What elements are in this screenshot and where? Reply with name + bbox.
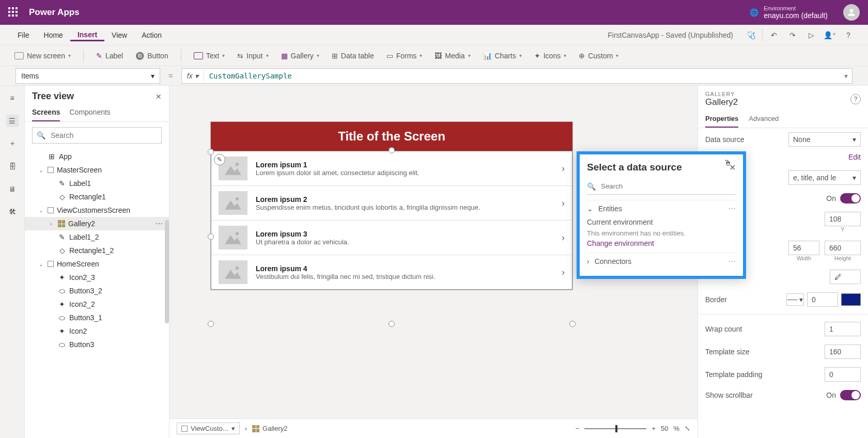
layout-dropdown[interactable]: e, title, and le▾ (788, 170, 861, 185)
resize-handle[interactable] (208, 321, 214, 327)
more-icon[interactable]: ⋯ (156, 220, 164, 228)
resize-handle[interactable] (208, 149, 214, 155)
user-avatar[interactable] (843, 4, 860, 21)
tree-item-rect12[interactable]: ◇Rectangle1_2 (25, 244, 169, 257)
fx-label[interactable]: fx▾ (182, 69, 204, 83)
edit-pencil-icon[interactable]: ✎ (214, 154, 225, 165)
menu-action[interactable]: Action (134, 29, 169, 41)
zoom-in-icon[interactable]: + (652, 425, 656, 432)
breadcrumb-screen[interactable]: ViewCusto... ▾ (177, 423, 240, 434)
close-icon[interactable]: ✕ (729, 163, 736, 173)
menu-insert[interactable]: Insert (70, 28, 104, 41)
tree-view-icon[interactable]: ☰ (6, 115, 19, 127)
gallery-control[interactable]: Lorem ipsum 1Lorem ipsum dolor sit amet,… (211, 151, 572, 290)
tab-screens[interactable]: Screens (32, 105, 60, 121)
data-icon[interactable]: 🗄 (6, 160, 19, 173)
insert-media[interactable]: 🖼Media▾ (430, 50, 474, 62)
advanced-tools-icon[interactable]: 🛠 (6, 206, 19, 218)
gallery-row[interactable]: Lorem ipsum 4Vestibulum dui felis, fring… (211, 255, 572, 289)
datasource-dropdown[interactable]: None▾ (788, 132, 861, 147)
insert-input[interactable]: ⇆Input▾ (233, 50, 272, 62)
media-rail-icon[interactable]: 🖥 (6, 183, 19, 195)
property-selector[interactable]: Items ▾ (16, 68, 160, 84)
border-style-dropdown[interactable]: ── ▾ (786, 293, 804, 306)
insert-gallery[interactable]: ▦Gallery▾ (277, 50, 323, 62)
section-connectors[interactable]: › Connectors ⋯ (587, 253, 736, 270)
help-icon[interactable]: ? (839, 28, 858, 42)
border-width-input[interactable]: 0 (807, 292, 838, 307)
tree-item-btn32[interactable]: ⬭Button3_2 (25, 284, 169, 298)
y-input[interactable]: 108 (825, 212, 861, 226)
color-picker[interactable]: 🖉 (830, 270, 861, 284)
tree-item-label12[interactable]: ✎Label1_2 (25, 230, 169, 244)
close-icon[interactable]: ✕ (156, 92, 162, 101)
menu-home[interactable]: Home (37, 29, 70, 41)
app-checker-icon[interactable]: 🩺 (741, 28, 760, 42)
tab-components[interactable]: Components (69, 105, 110, 121)
control-name[interactable]: Gallery2 (705, 97, 861, 107)
insert-data-table[interactable]: ⊞Data table (328, 50, 378, 62)
insert-button[interactable]: 🔘Button (131, 50, 172, 62)
help-icon[interactable]: ? (850, 94, 861, 104)
zoom-slider[interactable] (584, 428, 646, 429)
tree-item-btn3[interactable]: ⬭Button3 (25, 338, 169, 351)
template-padding-input[interactable]: 0 (825, 367, 861, 382)
tree-item-home[interactable]: ⌄HomeScreen (25, 257, 169, 271)
more-icon[interactable]: ⋯ (729, 205, 736, 213)
tab-properties[interactable]: Properties (705, 112, 738, 128)
tree-item-gallery2[interactable]: ›Gallery2⋯ (25, 217, 169, 230)
tree-item-view[interactable]: ⌄ViewCustomersScreen (25, 204, 169, 217)
picker-search-input[interactable]: 🔍 (587, 178, 736, 195)
tree-item-label1[interactable]: ✎Label1 (25, 177, 169, 190)
insert-text[interactable]: Text▾ (190, 50, 229, 62)
height-input[interactable]: 660 (825, 241, 861, 255)
add-icon[interactable]: ＋ (6, 137, 19, 150)
template-size-input[interactable]: 160 (825, 345, 861, 359)
app-launcher-icon[interactable] (8, 7, 19, 18)
resize-handle[interactable] (389, 321, 395, 327)
border-color-swatch[interactable] (841, 293, 861, 306)
menu-view[interactable]: View (104, 29, 134, 41)
gallery-row[interactable]: Lorem ipsum 1Lorem ipsum dolor sit amet,… (211, 151, 572, 186)
tree-item-btn31[interactable]: ⬭Button3_1 (25, 311, 169, 324)
tree-item-rect1[interactable]: ◇Rectangle1 (25, 190, 169, 204)
gallery-row[interactable]: Lorem ipsum 2Suspendisse enim metus, tin… (211, 186, 572, 221)
redo-icon[interactable]: ↷ (783, 28, 802, 42)
tree-item-master[interactable]: ⌄MasterScreen (25, 163, 169, 177)
resize-handle[interactable] (569, 321, 576, 327)
fit-to-window-icon[interactable]: ⤡ (685, 425, 690, 432)
tab-advanced[interactable]: Advanced (749, 112, 779, 128)
menu-file[interactable]: File (10, 29, 37, 41)
show-scrollbar-toggle[interactable] (840, 390, 861, 400)
resize-handle[interactable] (389, 147, 395, 153)
tree-search-input[interactable]: 🔍 (32, 127, 162, 144)
section-entities[interactable]: ⌄ Entities ⋯ (587, 200, 736, 217)
insert-custom[interactable]: ⊕Custom▾ (575, 50, 623, 62)
more-icon[interactable]: ⋯ (729, 257, 736, 265)
canvas-screen[interactable]: Title of the Screen Lorem ipsum 1Lorem i… (211, 122, 572, 290)
visible-toggle[interactable] (840, 193, 861, 204)
undo-icon[interactable]: ↶ (765, 28, 783, 42)
tree-item-icon22[interactable]: ✦Icon2_2 (25, 298, 169, 311)
formula-expand-icon[interactable]: ▾ (840, 72, 852, 80)
share-icon[interactable]: 👤⁺ (820, 28, 839, 42)
zoom-out-icon[interactable]: − (576, 425, 580, 432)
tree-item-app[interactable]: ⊞App (25, 150, 169, 163)
formula-input[interactable]: CustomGallerySample (204, 72, 297, 80)
width-input[interactable]: 56 (788, 241, 819, 255)
gallery-row[interactable]: Lorem ipsum 3Ut pharetra a dolor ac vehi… (211, 221, 572, 255)
change-environment-link[interactable]: Change environment (587, 237, 736, 247)
insert-icons[interactable]: ✦Icons▾ (530, 50, 570, 62)
insert-new-screen[interactable]: New screen▾ (10, 50, 75, 62)
insert-forms[interactable]: ▭Forms▾ (382, 50, 427, 62)
environment-picker[interactable]: 🌐 Environment enayu.com (default) (750, 5, 828, 20)
resize-handle[interactable] (208, 233, 214, 240)
insert-charts[interactable]: 📊Charts▾ (479, 50, 526, 62)
hamburger-icon[interactable]: ≡ (6, 92, 19, 104)
tree-item-icon2[interactable]: ✦Icon2 (25, 324, 169, 338)
breadcrumb-control[interactable]: Gallery2 (252, 425, 287, 432)
play-icon[interactable]: ▷ (802, 28, 820, 42)
tree-scrollbar[interactable] (165, 220, 169, 323)
wrap-count-input[interactable]: 1 (825, 322, 861, 336)
tree-item-icon23[interactable]: ✦Icon2_3 (25, 271, 169, 284)
